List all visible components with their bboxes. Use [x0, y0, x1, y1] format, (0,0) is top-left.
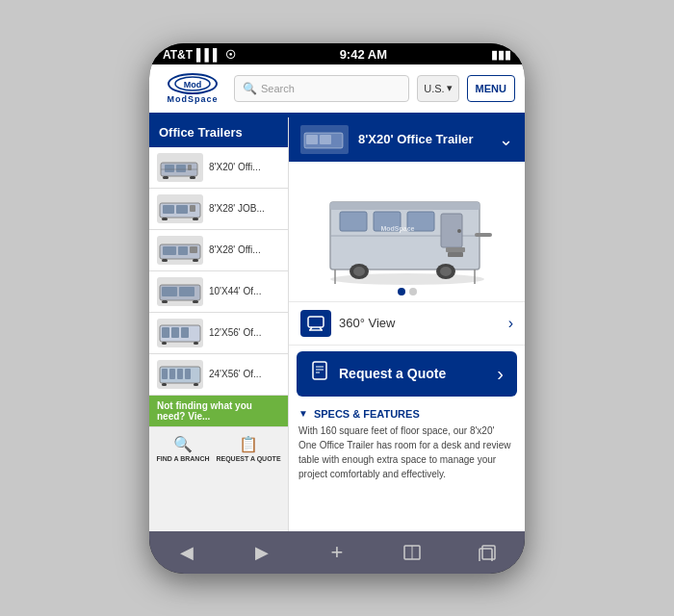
signal-icon: ▌▌▌	[196, 48, 221, 62]
book-icon	[402, 544, 422, 561]
sidebar-bottom-icons: 🔍 FIND A BRANCH 📋 REQUEST A QUOTE	[149, 426, 288, 470]
logo-area: Mod ModSpace	[159, 73, 226, 104]
product-header-left: 8'X20' Office Trailer	[300, 125, 474, 154]
svg-rect-20	[193, 259, 198, 262]
svg-rect-30	[162, 342, 167, 345]
product-header-icon	[302, 127, 347, 152]
main-content: Office Trailers 8'X20' Offi...	[149, 117, 525, 531]
sidebar-item-2[interactable]: 8'X28' JOB...	[149, 189, 288, 230]
specs-title: SPECS & FEATURES	[314, 408, 420, 420]
country-label: U.S.	[424, 83, 444, 94]
sidebar-label-4: 10'X44' Of...	[209, 286, 261, 297]
svg-rect-33	[162, 369, 168, 379]
sidebar-thumb-3	[157, 236, 203, 265]
product-header-chevron[interactable]: ⌄	[499, 129, 513, 150]
svg-rect-65	[313, 362, 326, 379]
product-title: 8'X20' Office Trailer	[358, 132, 474, 146]
not-finding-banner[interactable]: Not finding what you need? Vie...	[149, 396, 288, 426]
svg-rect-17	[178, 246, 188, 255]
svg-rect-11	[176, 205, 188, 214]
sidebar-item-3[interactable]: 8'X28' Offi...	[149, 230, 288, 271]
specs-triangle-icon: ▼	[298, 408, 308, 419]
svg-rect-3	[165, 165, 174, 172]
sidebar-title: Office Trailers	[149, 117, 288, 147]
svg-rect-38	[194, 383, 198, 386]
svg-text:Mod: Mod	[184, 80, 202, 90]
svg-rect-29	[181, 327, 189, 338]
svg-rect-4	[176, 165, 186, 172]
nav-back-button[interactable]: ◀	[169, 539, 204, 566]
product-image-area: ModSpace	[289, 162, 525, 301]
svg-rect-10	[163, 205, 174, 214]
svg-rect-6	[163, 176, 168, 179]
svg-rect-27	[162, 327, 169, 338]
sidebar-item-5[interactable]: 12'X56' Of...	[149, 313, 288, 354]
svg-rect-23	[179, 287, 194, 296]
request-quote-sidebar-icon: 📋	[239, 435, 258, 453]
logo-icon: Mod	[173, 76, 212, 91]
country-chevron: ▾	[447, 82, 453, 94]
sidebar-thumb-4	[157, 277, 203, 306]
nav-book-button[interactable]	[395, 539, 429, 566]
svg-rect-18	[190, 246, 197, 253]
country-button[interactable]: U.S. ▾	[417, 75, 458, 102]
svg-rect-71	[482, 546, 495, 559]
quote-button[interactable]: Request a Quote ›	[297, 351, 517, 397]
find-branch-icon: 🔍	[173, 435, 193, 453]
svg-rect-44	[330, 202, 480, 210]
svg-rect-19	[162, 259, 168, 262]
svg-text:ModSpace: ModSpace	[380, 225, 414, 233]
svg-rect-52	[448, 252, 463, 257]
sidebar-label-1: 8'X20' Offi...	[209, 162, 261, 173]
product-main-image: ModSpace	[311, 173, 504, 289]
view-360-left: 360° View	[300, 310, 395, 337]
sidebar-item-6[interactable]: 24'X56' Of...	[149, 354, 288, 396]
time-text: 9:42 AM	[340, 47, 387, 62]
view-360-button[interactable]: 360° View ›	[289, 301, 525, 346]
status-left: AT&T ▌▌▌ ☉	[163, 48, 236, 62]
find-branch-label: FIND A BRANCH	[156, 455, 209, 462]
view-360-label: 360° View	[339, 316, 395, 330]
app-header: Mod ModSpace 🔍 Search U.S. ▾ MENU	[149, 64, 525, 115]
wifi-icon: ☉	[225, 48, 236, 62]
view-360-chevron: ›	[508, 315, 513, 332]
not-finding-text: Not finding what you need? Vie...	[157, 400, 252, 422]
trailer-icon-2	[159, 196, 201, 221]
svg-rect-12	[190, 205, 195, 212]
carrier-text: AT&T	[163, 48, 193, 62]
svg-rect-57	[475, 233, 492, 237]
svg-point-56	[440, 267, 452, 276]
request-quote-sidebar-button[interactable]: 📋 REQUEST A QUOTE	[216, 435, 280, 462]
status-bar: AT&T ▌▌▌ ☉ 9:42 AM ▮▮▮	[149, 43, 525, 64]
svg-rect-22	[162, 287, 177, 296]
svg-rect-36	[185, 369, 191, 379]
pages-icon	[478, 544, 497, 561]
menu-button[interactable]: MENU	[467, 75, 515, 102]
svg-rect-61	[308, 317, 324, 327]
dot-2	[409, 288, 417, 295]
svg-rect-24	[162, 300, 168, 303]
sidebar-item-4[interactable]: 10'X44' Of...	[149, 271, 288, 313]
logo-oval: Mod	[168, 73, 218, 94]
status-right: ▮▮▮	[491, 48, 511, 62]
right-panel: 8'X20' Office Trailer ⌄	[289, 117, 525, 531]
trailer-icon-4	[159, 279, 201, 304]
menu-label: MENU	[476, 83, 506, 94]
svg-rect-35	[177, 369, 183, 379]
svg-rect-37	[162, 383, 167, 386]
svg-rect-7	[190, 176, 195, 179]
find-branch-button[interactable]: 🔍 FIND A BRANCH	[156, 435, 209, 462]
specs-header[interactable]: ▼ SPECS & FEATURES	[298, 402, 515, 424]
nav-add-button[interactable]: +	[320, 539, 354, 566]
nav-forward-button[interactable]: ▶	[245, 539, 279, 566]
svg-rect-13	[162, 218, 168, 220]
svg-point-54	[353, 267, 365, 276]
phone-frame: AT&T ▌▌▌ ☉ 9:42 AM ▮▮▮ Mod ModSpace 🔍 Se…	[149, 43, 525, 574]
sidebar-item[interactable]: 8'X20' Offi...	[149, 147, 288, 189]
search-box[interactable]: 🔍 Search	[234, 75, 409, 102]
svg-rect-25	[193, 300, 198, 303]
battery-icon: ▮▮▮	[491, 48, 511, 62]
product-header[interactable]: 8'X20' Office Trailer ⌄	[289, 117, 525, 162]
quote-label: Request a Quote	[339, 366, 446, 381]
nav-pages-button[interactable]	[470, 539, 505, 566]
